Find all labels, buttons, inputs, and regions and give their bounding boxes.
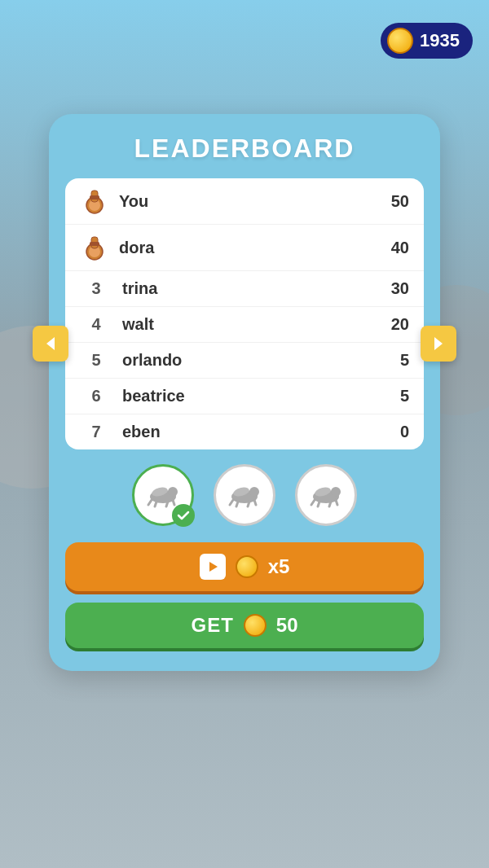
svg-line-21 <box>248 502 249 506</box>
rank-medal-2 <box>80 233 109 262</box>
checkmark-icon <box>172 504 195 527</box>
ad-multiplier-label: x5 <box>268 555 290 578</box>
table-row: dora 40 <box>65 225 424 271</box>
svg-marker-0 <box>46 337 55 350</box>
table-row: 4 walt 20 <box>65 307 424 343</box>
arrow-left-icon <box>42 335 59 353</box>
player-score-3: 30 <box>377 279 409 298</box>
table-row: 3 trina 30 <box>65 271 424 307</box>
svg-line-15 <box>173 500 174 505</box>
svg-marker-31 <box>209 562 218 572</box>
nav-arrow-right[interactable] <box>421 326 456 362</box>
rank-3: 3 <box>80 279 112 298</box>
svg-point-25 <box>331 487 341 497</box>
rank-medal-1 <box>80 186 109 216</box>
svg-line-28 <box>329 502 331 506</box>
coin-icon-get <box>244 614 267 637</box>
svg-rect-5 <box>90 195 99 199</box>
speed-icons-row <box>65 464 424 526</box>
table-row: You 50 <box>65 178 424 225</box>
speed-animal-icon-3 <box>306 482 346 508</box>
player-score-5: 5 <box>377 351 409 370</box>
speed-icon-2[interactable] <box>214 464 275 526</box>
svg-line-26 <box>311 500 315 505</box>
get-reward-button[interactable]: GET 50 <box>65 603 424 648</box>
watch-ad-button[interactable]: x5 <box>65 542 424 591</box>
coin-icon-ad <box>236 555 258 578</box>
speed-animal-icon-1 <box>143 482 183 508</box>
coin-count: 1935 <box>420 30 460 51</box>
get-score: 50 <box>276 614 298 637</box>
player-score-4: 20 <box>377 315 409 334</box>
player-name-4: walt <box>112 315 377 334</box>
svg-line-20 <box>236 502 238 506</box>
svg-line-13 <box>155 502 156 506</box>
player-score-6: 5 <box>377 387 409 406</box>
leaderboard-table: You 50 dora 40 3 trina 30 4 <box>65 178 424 449</box>
player-name-7: eben <box>112 423 377 441</box>
nav-arrow-left[interactable] <box>33 326 68 362</box>
svg-marker-1 <box>434 337 443 350</box>
speed-icon-1[interactable] <box>132 464 194 526</box>
table-row: 6 beatrice 5 <box>65 379 424 414</box>
svg-line-29 <box>336 500 337 505</box>
bronze-medal-icon-2 <box>81 234 108 261</box>
player-name-2: dora <box>109 239 377 257</box>
svg-point-18 <box>249 487 259 497</box>
svg-line-27 <box>318 502 319 506</box>
rank-7: 7 <box>80 423 112 441</box>
player-name-6: beatrice <box>112 387 377 406</box>
get-label: GET <box>191 614 233 637</box>
player-score-7: 0 <box>377 423 409 441</box>
bronze-medal-icon <box>81 187 108 215</box>
rank-6: 6 <box>80 387 112 406</box>
player-name-3: trina <box>112 279 377 298</box>
coin-icon <box>387 28 413 54</box>
svg-point-11 <box>168 487 178 497</box>
speed-icon-3[interactable] <box>295 464 357 526</box>
table-row: 5 orlando 5 <box>65 343 424 379</box>
svg-line-19 <box>230 500 233 505</box>
svg-line-14 <box>166 502 168 506</box>
speed-animal-icon-2 <box>225 482 264 508</box>
leaderboard-title: LEADERBOARD <box>65 134 424 164</box>
svg-line-12 <box>148 500 152 505</box>
coin-counter: 1935 <box>381 23 473 59</box>
player-score-2: 40 <box>377 239 409 257</box>
player-name-1: You <box>109 192 377 211</box>
svg-line-22 <box>254 500 256 505</box>
rank-5: 5 <box>80 351 112 370</box>
rank-4: 4 <box>80 315 112 334</box>
play-icon <box>200 554 226 580</box>
arrow-right-icon <box>430 335 447 353</box>
player-name-5: orlando <box>112 351 377 370</box>
svg-rect-9 <box>90 242 99 246</box>
leaderboard-card: LEADERBOARD You 50 <box>49 114 440 671</box>
table-row: 7 eben 0 <box>65 414 424 449</box>
player-score-1: 50 <box>377 192 409 211</box>
